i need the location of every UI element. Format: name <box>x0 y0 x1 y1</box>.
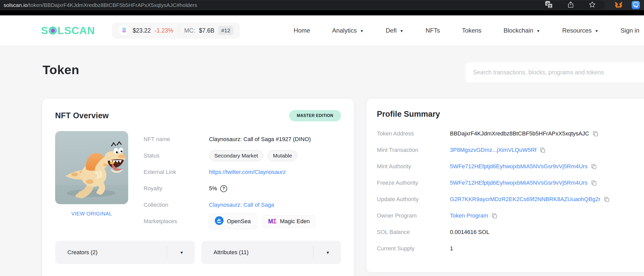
current-supply-value: 1 <box>450 245 453 252</box>
address-bar[interactable]: solscan.io/token/BBDajxrF4KJdmXredbz8BtC… <box>0 1 605 10</box>
creators-accordion[interactable]: Creators (2) ▼ <box>55 241 195 264</box>
nav-item-defi[interactable]: Defi▼ <box>386 27 404 34</box>
mint-authority-row: Mint Authority 5WFe712HEfptjd6EyhwojxbMi… <box>377 158 644 175</box>
external-link-row: External Link https://twitter.com/Clayno… <box>144 164 341 180</box>
royalty-value: 5% <box>209 185 217 192</box>
solscan-token-page: solscan.io/token/BBDajxrF4KJdmXredbz8BtC… <box>0 0 644 276</box>
search-box <box>465 62 644 82</box>
chevron-down-icon: ▼ <box>595 29 599 33</box>
magic-eden-label: Magic Eden <box>280 218 310 225</box>
page-title: Token <box>43 63 79 77</box>
owner-program-row: Owner Program Token Program <box>377 208 644 224</box>
copy-icon[interactable] <box>491 213 498 219</box>
opensea-button[interactable]: OpenSea <box>209 213 257 229</box>
collection-label: Collection <box>144 202 209 208</box>
sol-balance-row: SOL Balance 0.0014616 SOL <box>377 224 644 240</box>
wallet-extension-icon[interactable] <box>631 1 640 11</box>
sol-price: $23.22 <box>133 27 151 34</box>
copy-icon[interactable] <box>603 196 610 203</box>
logo-o-icon <box>49 26 57 35</box>
profile-summary-card: Profile Summary Token Address BBDajxrF4K… <box>367 99 644 272</box>
marketplaces-row: Marketplaces OpenSea <box>144 213 341 230</box>
token-address-row: Token Address BBDajxrF4KJdmXredbz8BtCBF5… <box>377 125 644 142</box>
sol-price-widget[interactable]: $23.22 -1.23% MC: $7.6B #12 <box>112 22 240 39</box>
nft-overview-card: NFT Overview MASTER EDITION <box>42 99 354 276</box>
share-icon[interactable] <box>567 1 574 9</box>
accordion-divider <box>167 245 167 259</box>
update-authority-label: Update Authority <box>377 196 450 203</box>
search-input[interactable] <box>465 62 644 82</box>
accordion-divider <box>313 245 313 259</box>
copy-icon[interactable] <box>591 163 597 170</box>
chevron-down-icon: ▼ <box>536 29 540 33</box>
external-link-value[interactable]: https://twitter.com/Claynosaurz <box>209 169 286 175</box>
nft-name-row: NFT name Claynosaurz: Call of Saga #1927… <box>144 131 341 147</box>
attributes-accordion[interactable]: Attributes (11) ▼ <box>201 241 341 264</box>
token-address-value: BBDajxrF4KJdmXredbz8BtCBF5b5HFrAPxX5xqty… <box>450 130 589 137</box>
collection-row: Collection Claynosaurz: Call of Saga <box>144 197 341 213</box>
nav-item-home[interactable]: Home <box>294 27 310 34</box>
external-link-label: External Link <box>144 169 209 175</box>
creators-label: Creators (2) <box>67 249 97 256</box>
url-host: solscan.io <box>4 2 27 8</box>
logo-text-right: LSCAN <box>57 25 95 37</box>
nav-item-blockchain[interactable]: Blockchain▼ <box>504 27 540 34</box>
current-supply-row: Current Supply 1 <box>377 240 644 257</box>
pill-divider <box>179 27 179 34</box>
nft-media-column: VIEW ORIGINAL <box>55 131 128 230</box>
opensea-label: OpenSea <box>227 218 251 225</box>
status-label: Status <box>144 152 209 159</box>
chevron-down-icon: ▼ <box>326 250 330 255</box>
chevron-down-icon: ▼ <box>360 29 364 33</box>
status-pill-secondary-market: Secondary Market <box>209 150 263 161</box>
marketcap-label: MC: <box>184 27 195 34</box>
copy-icon[interactable] <box>592 131 599 137</box>
mint-transaction-row: Mint Transaction 3P8MgszvGDmz...jXimVLQu… <box>377 142 644 158</box>
nft-detail-rows: NFT name Claynosaurz: Call of Saga #1927… <box>144 131 341 230</box>
nft-overview-title: NFT Overview <box>55 111 109 120</box>
copy-icon[interactable] <box>591 180 597 186</box>
nav-item-resources[interactable]: Resources▼ <box>562 27 599 34</box>
chevron-down-icon: ▼ <box>180 250 184 255</box>
magic-eden-icon: MΣ <box>268 218 277 225</box>
sign-in-button[interactable]: Sign in <box>621 27 639 34</box>
url-path: /token/BBDajxrF4KJdmXredbz8BtCBF5b5HFrAP… <box>27 2 197 8</box>
marketplaces-label: Marketplaces <box>144 218 209 225</box>
magic-eden-button[interactable]: MΣ Magic Eden <box>262 215 316 228</box>
profile-summary-title: Profile Summary <box>377 110 644 119</box>
svg-text:文: 文 <box>549 4 552 8</box>
nav-item-analytics[interactable]: Analytics▼ <box>332 27 364 34</box>
nav-item-nfts[interactable]: NFTs <box>426 27 440 34</box>
sol-balance-value: 0.0014616 SOL <box>450 229 489 235</box>
marketcap-value: $7.6B <box>199 27 214 34</box>
update-authority-link[interactable]: G2R7KKR9aycrMDzR2EK2Cs69f2NNBRK8AZUuaohQ… <box>450 196 600 203</box>
mint-authority-link[interactable]: 5WFe712HEfptjd6EyhwojxbMiA5NVsGsr9vVj5Rm… <box>450 163 588 170</box>
status-pill-mutable: Mutable <box>267 150 297 161</box>
browser-toolbar: solscan.io/token/BBDajxrF4KJdmXredbz8BtC… <box>0 0 644 10</box>
sol-balance-label: SOL Balance <box>377 229 450 235</box>
omnibox-icons: G 文 <box>545 1 596 9</box>
copy-icon[interactable] <box>539 147 546 153</box>
collection-link[interactable]: Claynosaurz: Call of Saga <box>209 202 274 208</box>
logo-text-left: S <box>41 25 48 37</box>
opensea-icon <box>215 216 224 226</box>
sol-price-change: -1.23% <box>155 27 173 34</box>
solscan-logo[interactable]: S LSCAN <box>41 25 95 37</box>
mint-transaction-link[interactable]: 3P8MgszvGDmz...jXimVLQuW5Rf <box>450 147 536 153</box>
solana-icon <box>119 25 129 36</box>
view-original-link[interactable]: VIEW ORIGINAL <box>55 211 128 217</box>
nft-name-label: NFT name <box>144 136 209 143</box>
question-circle-icon[interactable]: ? <box>220 185 227 192</box>
metamask-extension-icon[interactable] <box>614 1 623 11</box>
update-authority-row: Update Authority G2R7KKR9aycrMDzR2EK2Cs6… <box>377 191 644 208</box>
owner-program-link[interactable]: Token Program <box>450 212 488 219</box>
main-nav: Home Analytics▼ Defi▼ NFTs Tokens Blockc… <box>294 27 639 34</box>
status-row: Status Secondary Market Mutable <box>144 147 341 164</box>
token-address-label: Token Address <box>377 130 450 137</box>
bookmark-star-icon[interactable] <box>589 1 596 9</box>
mint-transaction-label: Mint Transaction <box>377 147 450 153</box>
nft-image[interactable] <box>55 131 128 204</box>
freeze-authority-link[interactable]: 5WFe712HEfptjd6EyhwojxbMiA5NVsGsr9vVj5Rm… <box>450 180 588 186</box>
translate-icon[interactable]: G 文 <box>545 1 553 9</box>
nav-item-tokens[interactable]: Tokens <box>462 27 481 34</box>
